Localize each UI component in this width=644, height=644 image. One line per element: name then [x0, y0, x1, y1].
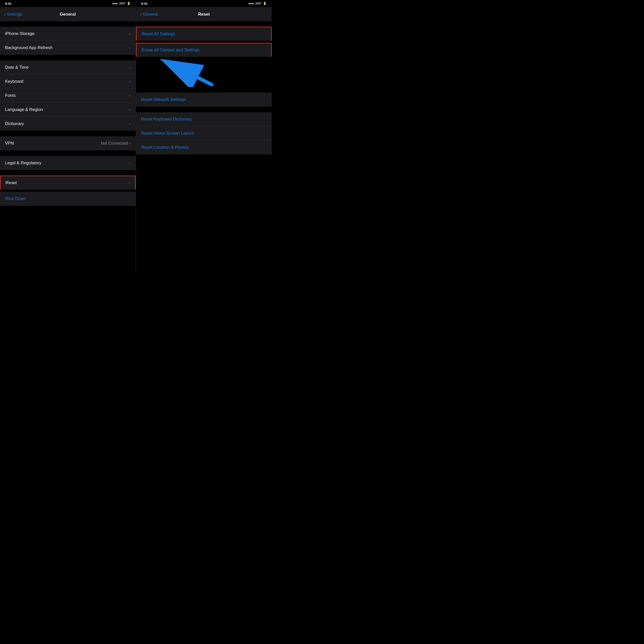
reset-network-label: Reset Network Settings — [141, 97, 186, 102]
reset-network-item[interactable]: Reset Network Settings — [136, 93, 272, 107]
erase-all-label: Erase All Content and Settings — [142, 48, 200, 53]
erase-all-item[interactable]: Erase All Content and Settings — [136, 43, 272, 57]
fonts-right: › — [129, 93, 131, 98]
fonts-chevron: › — [129, 93, 131, 98]
dictionary-chevron: › — [129, 122, 131, 126]
section-gap-2 — [0, 55, 136, 60]
back-label-left: Settings — [7, 12, 22, 17]
group-datetime-etc: Date & Time › Keyboard › Fonts › Languag… — [0, 60, 136, 131]
background-refresh-chevron: › — [129, 46, 131, 50]
right-panel-title: Reset — [198, 12, 210, 17]
status-bar-right: 9:41 ●●● WiFi 🔋 — [136, 0, 272, 7]
reset-location-privacy-item[interactable]: Reset Location & Privacy — [136, 140, 272, 154]
group-reset-all-settings: Reset All Settings — [136, 27, 272, 41]
back-label-right: General — [143, 12, 158, 17]
signal-icon: ●●● — [112, 2, 118, 5]
language-region-right: › — [129, 107, 131, 112]
list-item-legal-regulatory[interactable]: Legal & Regulatory › — [0, 156, 136, 170]
left-panel: 9:41 ●●● WiFi 🔋 ‹ Settings General iPhon… — [0, 0, 136, 272]
status-icons-left: ●●● WiFi 🔋 — [112, 2, 131, 5]
back-chevron-icon: ‹ — [4, 12, 6, 17]
status-time-left: 9:41 — [5, 2, 12, 6]
section-gap-shutdown — [0, 190, 136, 192]
list-item-language-region[interactable]: Language & Region › — [0, 103, 136, 117]
right-header: ‹ General Reset — [136, 7, 272, 21]
list-item-vpn[interactable]: VPN Not Connected › — [0, 136, 136, 150]
blue-arrow-svg — [151, 57, 227, 87]
section-gap-3 — [0, 131, 136, 136]
legal-regulatory-chevron: › — [129, 161, 131, 165]
background-refresh-label: Background App Refresh — [5, 45, 53, 50]
fonts-label: Fonts — [5, 93, 16, 98]
section-gap-r4 — [136, 107, 272, 112]
section-gap-4 — [0, 150, 136, 156]
right-content: Reset All Settings Erase All Content and… — [136, 21, 272, 272]
list-item-reset[interactable]: Reset › — [0, 176, 136, 190]
left-panel-title: General — [60, 12, 76, 17]
legal-regulatory-right: › — [129, 161, 131, 165]
reset-all-settings-item[interactable]: Reset All Settings — [136, 27, 272, 41]
reset-label: Reset — [6, 180, 17, 185]
shutdown-item[interactable]: Shut Down — [0, 192, 136, 206]
status-icons-right: ●●● WiFi 🔋 — [248, 2, 267, 5]
general-back-button[interactable]: ‹ General — [140, 12, 158, 17]
group-storage-refresh: iPhone Storage › Background App Refresh … — [0, 27, 136, 55]
group-reset: Reset › — [0, 176, 136, 190]
list-item-iphone-storage[interactable]: iPhone Storage › — [0, 27, 136, 41]
wifi-icon-right: WiFi — [255, 2, 261, 5]
svg-line-1 — [166, 62, 212, 85]
section-gap-r3 — [136, 87, 272, 93]
group-reset-others: Reset Keyboard Dictionary Reset Home Scr… — [136, 112, 272, 154]
reset-keyboard-label: Reset Keyboard Dictionary — [141, 117, 192, 122]
list-item-background-refresh[interactable]: Background App Refresh › — [0, 41, 136, 55]
bottom-spacer-right — [136, 154, 272, 165]
battery-icon: 🔋 — [127, 2, 131, 5]
right-panel: 9:41 ●●● WiFi 🔋 ‹ General Reset Reset Al… — [136, 0, 272, 272]
left-header: ‹ Settings General — [0, 7, 136, 21]
reset-chevron: › — [129, 181, 130, 185]
group-legal: Legal & Regulatory › — [0, 156, 136, 170]
list-item-keyboard[interactable]: Keyboard › — [0, 74, 136, 89]
reset-right: › — [129, 181, 130, 185]
keyboard-right: › — [129, 79, 131, 84]
dictionary-label: Dictionary — [5, 121, 24, 126]
group-vpn: VPN Not Connected › — [0, 136, 136, 150]
date-time-label: Date & Time — [5, 65, 29, 70]
keyboard-chevron: › — [129, 79, 131, 84]
iphone-storage-label: iPhone Storage — [5, 31, 34, 36]
date-time-right: › — [129, 65, 131, 70]
wifi-icon: WiFi — [119, 2, 125, 5]
reset-all-settings-label: Reset All Settings — [142, 31, 175, 36]
keyboard-label: Keyboard — [5, 79, 23, 84]
settings-back-button[interactable]: ‹ Settings — [4, 12, 22, 17]
legal-regulatory-label: Legal & Regulatory — [5, 160, 42, 166]
section-gap-1 — [0, 21, 136, 27]
status-bar-left: 9:41 ●●● WiFi 🔋 — [0, 0, 136, 7]
language-region-label: Language & Region — [5, 107, 43, 112]
vpn-right: Not Connected › — [101, 141, 131, 146]
background-refresh-right: › — [129, 46, 131, 50]
reset-home-screen-item[interactable]: Reset Home Screen Layout — [136, 126, 272, 140]
iphone-storage-right: › — [129, 31, 131, 36]
iphone-storage-chevron: › — [129, 31, 131, 36]
group-reset-network: Reset Network Settings — [136, 93, 272, 107]
shutdown-label: Shut Down — [5, 196, 26, 201]
list-item-date-time[interactable]: Date & Time › — [0, 60, 136, 74]
list-item-fonts[interactable]: Fonts › — [0, 89, 136, 103]
battery-icon-right: 🔋 — [263, 2, 267, 5]
status-time-right: 9:41 — [141, 2, 148, 6]
vpn-chevron: › — [129, 141, 131, 146]
left-content: iPhone Storage › Background App Refresh … — [0, 21, 136, 272]
vpn-label: VPN — [5, 141, 14, 146]
arrow-area — [136, 57, 272, 87]
dictionary-right: › — [129, 122, 131, 126]
list-item-dictionary[interactable]: Dictionary › — [0, 117, 136, 131]
reset-home-screen-label: Reset Home Screen Layout — [141, 131, 194, 136]
section-gap-r1 — [136, 21, 272, 27]
reset-keyboard-item[interactable]: Reset Keyboard Dictionary — [136, 112, 272, 126]
vpn-status: Not Connected — [101, 141, 128, 146]
back-chevron-icon-right: ‹ — [140, 12, 142, 17]
section-gap-5 — [0, 170, 136, 176]
reset-location-privacy-label: Reset Location & Privacy — [141, 145, 189, 150]
bottom-spacer-left — [0, 206, 136, 216]
